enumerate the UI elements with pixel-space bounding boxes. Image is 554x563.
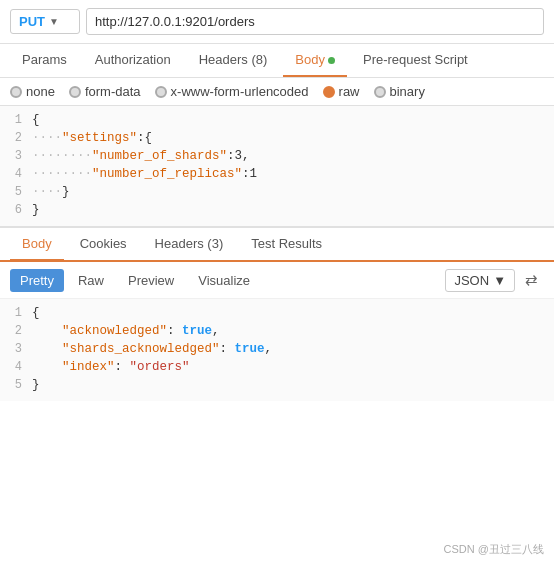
req-line-5: 5 ····} <box>0 184 554 202</box>
chevron-down-icon: ▼ <box>493 273 506 288</box>
watermark: CSDN @丑过三八线 <box>444 542 544 557</box>
radio-none-label: none <box>26 84 55 99</box>
radio-formdata-circle <box>69 86 81 98</box>
radio-raw[interactable]: raw <box>323 84 360 99</box>
radio-raw-label: raw <box>339 84 360 99</box>
json-format-dropdown[interactable]: JSON ▼ <box>445 269 515 292</box>
response-section: Body Cookies Headers (3) Test Results Pr… <box>0 228 554 401</box>
resp-tab-headers[interactable]: Headers (3) <box>143 228 236 262</box>
radio-binary-circle <box>374 86 386 98</box>
resp-linenum-3: 3 <box>0 342 32 356</box>
radio-none[interactable]: none <box>10 84 55 99</box>
radio-urlencoded[interactable]: x-www-form-urlencoded <box>155 84 309 99</box>
method-select[interactable]: PUT ▼ <box>10 9 80 34</box>
tab-headers[interactable]: Headers (8) <box>187 44 280 77</box>
resp-line-2: 2 "acknowledged": true, <box>0 323 554 341</box>
response-code-area: 1 { 2 "acknowledged": true, 3 "shards_ac… <box>0 299 554 401</box>
resp-line-4: 4 "index": "orders" <box>0 359 554 377</box>
format-pretty[interactable]: Pretty <box>10 269 64 292</box>
resp-linenum-2: 2 <box>0 324 32 338</box>
radio-form-data[interactable]: form-data <box>69 84 141 99</box>
resp-linenum-5: 5 <box>0 378 32 392</box>
radio-binary-label: binary <box>390 84 425 99</box>
json-dropdown-label: JSON <box>454 273 489 288</box>
req-linenum-1: 1 <box>0 113 32 127</box>
req-line-1: 1 { <box>0 112 554 130</box>
response-tab-bar: Body Cookies Headers (3) Test Results <box>0 228 554 262</box>
req-linenum-2: 2 <box>0 131 32 145</box>
req-linenum-6: 6 <box>0 203 32 217</box>
resp-linenum-4: 4 <box>0 360 32 374</box>
resp-tab-body[interactable]: Body <box>10 228 64 262</box>
url-bar: PUT ▼ <box>0 0 554 44</box>
request-code-editor[interactable]: 1 { 2 ····"settings":{ 3 ········"number… <box>0 106 554 228</box>
resp-tab-test-results[interactable]: Test Results <box>239 228 334 262</box>
req-line-2: 2 ····"settings":{ <box>0 130 554 148</box>
req-line-4: 4 ········"number_of_replicas":1 <box>0 166 554 184</box>
req-linenum-5: 5 <box>0 185 32 199</box>
resp-linenum-1: 1 <box>0 306 32 320</box>
format-visualize[interactable]: Visualize <box>188 269 260 292</box>
radio-urlencoded-label: x-www-form-urlencoded <box>171 84 309 99</box>
req-linenum-3: 3 <box>0 149 32 163</box>
top-tab-bar: Params Authorization Headers (8) Body Pr… <box>0 44 554 78</box>
resp-line-3: 3 "shards_acknowledged": true, <box>0 341 554 359</box>
radio-formdata-label: form-data <box>85 84 141 99</box>
tab-prerequest[interactable]: Pre-request Script <box>351 44 480 77</box>
tab-authorization[interactable]: Authorization <box>83 44 183 77</box>
chevron-down-icon: ▼ <box>49 16 59 27</box>
radio-none-circle <box>10 86 22 98</box>
format-bar: Pretty Raw Preview Visualize JSON ▼ ⇄ <box>0 262 554 299</box>
req-line-3: 3 ········"number_of_shards":3, <box>0 148 554 166</box>
resp-line-1: 1 { <box>0 305 554 323</box>
resp-line-5: 5 } <box>0 377 554 395</box>
format-preview[interactable]: Preview <box>118 269 184 292</box>
resp-tab-cookies[interactable]: Cookies <box>68 228 139 262</box>
req-linenum-4: 4 <box>0 167 32 181</box>
tab-body[interactable]: Body <box>283 44 347 77</box>
body-type-bar: none form-data x-www-form-urlencoded raw… <box>0 78 554 106</box>
radio-raw-circle <box>323 86 335 98</box>
url-input[interactable] <box>86 8 544 35</box>
body-active-dot <box>328 57 335 64</box>
format-raw[interactable]: Raw <box>68 269 114 292</box>
filter-icon[interactable]: ⇄ <box>519 268 544 292</box>
method-label: PUT <box>19 14 45 29</box>
radio-binary[interactable]: binary <box>374 84 425 99</box>
tab-params[interactable]: Params <box>10 44 79 77</box>
req-line-6: 6 } <box>0 202 554 220</box>
radio-urlencoded-circle <box>155 86 167 98</box>
